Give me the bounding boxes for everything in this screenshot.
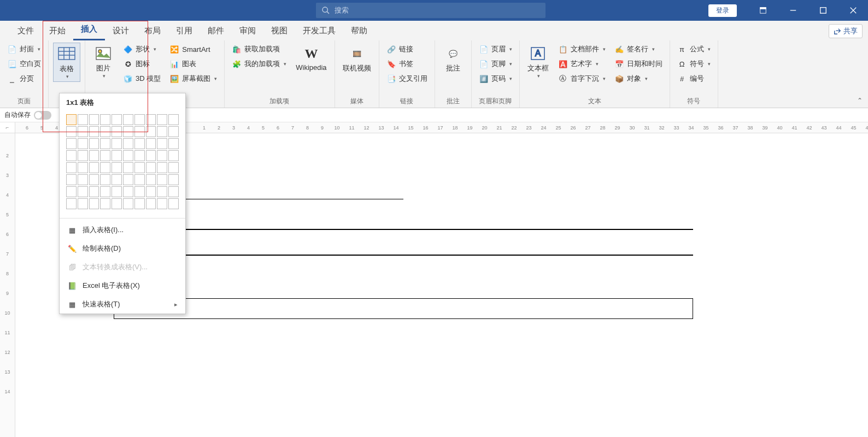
table-grid-cell[interactable]	[112, 126, 122, 137]
table-grid-cell[interactable]	[168, 198, 179, 209]
blank-page-button[interactable]: 📃空白页	[4, 57, 44, 70]
wordart-button[interactable]: 🅰️艺术字▾	[555, 57, 608, 70]
table-grid-cell[interactable]	[66, 162, 77, 173]
table-grid-cell[interactable]	[66, 114, 77, 125]
wikipedia-button[interactable]: W Wikipedia	[292, 43, 330, 74]
table-grid-cell[interactable]	[89, 174, 99, 185]
table-grid-cell[interactable]	[89, 162, 99, 173]
shapes-button[interactable]: 🔷形状▾	[120, 43, 163, 56]
table-grid-cell[interactable]	[123, 114, 133, 125]
table-grid-cell[interactable]	[146, 198, 156, 209]
table-grid-cell[interactable]	[146, 126, 156, 137]
table-grid-cell[interactable]	[112, 174, 122, 185]
3d-model-button[interactable]: 🧊3D 模型	[120, 72, 163, 85]
table-grid-cell[interactable]	[168, 150, 179, 161]
table-grid-cell[interactable]	[134, 138, 145, 149]
table-grid-cell[interactable]	[134, 126, 145, 137]
table-grid-cell[interactable]	[100, 174, 110, 185]
table-grid-cell[interactable]	[100, 126, 110, 137]
table-grid-cell[interactable]	[112, 150, 122, 161]
tab-help[interactable]: 帮助	[343, 21, 375, 40]
page-break-button[interactable]: ⎯分页	[4, 72, 44, 85]
table-grid-cell[interactable]	[100, 198, 110, 209]
tab-dev[interactable]: 开发工具	[295, 21, 343, 40]
tab-file[interactable]: 文件	[10, 21, 42, 40]
table-grid-cell[interactable]	[66, 174, 77, 185]
excel-spreadsheet-item[interactable]: 📗Excel 电子表格(X)	[60, 276, 185, 295]
table-grid-cell[interactable]	[123, 186, 133, 197]
table-grid-cell[interactable]	[168, 162, 179, 173]
bookmark-button[interactable]: 🔖书签	[384, 57, 430, 70]
table-grid-cell[interactable]	[168, 114, 179, 125]
tab-insert[interactable]: 插入	[73, 20, 105, 40]
table-grid-cell[interactable]	[134, 174, 145, 185]
table-grid-cell[interactable]	[146, 162, 156, 173]
close-button[interactable]	[838, 0, 868, 21]
table-grid-cell[interactable]	[168, 186, 179, 197]
table-grid-cell[interactable]	[168, 138, 179, 149]
get-addins-button[interactable]: 🛍️获取加载项	[229, 43, 289, 56]
table-grid-cell[interactable]	[112, 114, 122, 125]
line-shape[interactable]	[185, 199, 403, 199]
table-grid-cell[interactable]	[146, 138, 156, 149]
table-grid-cell[interactable]	[134, 198, 145, 209]
table-grid-cell[interactable]	[78, 174, 88, 185]
table-grid-cell[interactable]	[78, 114, 88, 125]
tab-home[interactable]: 开始	[42, 21, 73, 40]
table-grid-cell[interactable]	[100, 138, 110, 149]
table-grid-cell[interactable]	[168, 174, 179, 185]
table-grid-cell[interactable]	[146, 186, 156, 197]
textbox-button[interactable]: A 文本框 ▾	[524, 43, 552, 81]
quick-tables-item[interactable]: ▦快速表格(T)▸	[60, 295, 185, 314]
number-button[interactable]: #编号	[675, 72, 713, 85]
maximize-button[interactable]	[808, 0, 838, 21]
tab-references[interactable]: 引用	[168, 21, 200, 40]
online-video-button[interactable]: 🎞️ 联机视频	[339, 43, 374, 75]
table-grid-cell[interactable]	[100, 162, 110, 173]
search-box[interactable]: 搜索	[316, 3, 546, 18]
ribbon-display-button[interactable]	[748, 0, 778, 21]
picture-button[interactable]: 图片 ▾	[90, 43, 117, 81]
link-button[interactable]: 🔗链接	[384, 43, 430, 56]
table-grid-cell[interactable]	[112, 138, 122, 149]
tab-view[interactable]: 视图	[263, 21, 295, 40]
table-grid-cell[interactable]	[134, 114, 145, 125]
table-grid-cell[interactable]	[123, 198, 133, 209]
table-grid-cell[interactable]	[157, 138, 167, 149]
table-grid-cell[interactable]	[134, 150, 145, 161]
table-grid-cell[interactable]	[89, 186, 99, 197]
chart-button[interactable]: 📊图表	[167, 57, 220, 70]
smartart-button[interactable]: 🔀SmartArt	[167, 43, 220, 56]
table-grid-cell[interactable]	[123, 174, 133, 185]
object-button[interactable]: 📦对象▾	[612, 72, 665, 85]
equation-button[interactable]: π公式▾	[675, 43, 713, 56]
table-grid-cell[interactable]	[66, 198, 77, 209]
signature-button[interactable]: ✍️签名行▾	[612, 43, 665, 56]
tab-layout[interactable]: 布局	[137, 21, 168, 40]
table-grid-cell[interactable]	[100, 150, 110, 161]
datetime-button[interactable]: 📅日期和时间	[612, 57, 665, 70]
table-grid-cell[interactable]	[78, 162, 88, 173]
collapse-ribbon-icon[interactable]: ⌃	[857, 97, 863, 104]
autosave-toggle[interactable]	[34, 111, 51, 120]
table-grid-cell[interactable]	[146, 174, 156, 185]
icons-button[interactable]: ✪图标	[120, 57, 163, 70]
table-grid-cell[interactable]	[112, 186, 122, 197]
draw-table-item[interactable]: ✏️绘制表格(D)	[60, 239, 185, 258]
table-grid-cell[interactable]	[134, 162, 145, 173]
table-grid-cell[interactable]	[157, 150, 167, 161]
table-grid-cell[interactable]	[146, 150, 156, 161]
table-grid-cell[interactable]	[66, 186, 77, 197]
quickparts-button[interactable]: 📋文档部件▾	[555, 43, 608, 56]
table-button[interactable]: 表格 ▾	[53, 43, 80, 82]
page-number-button[interactable]: #️⃣页码▾	[476, 72, 515, 85]
table-grid-cell[interactable]	[157, 198, 167, 209]
table-grid-cell[interactable]	[78, 138, 88, 149]
table-grid-cell[interactable]	[89, 114, 99, 125]
table-grid-cell[interactable]	[157, 186, 167, 197]
table-grid-cell[interactable]	[78, 126, 88, 137]
login-button[interactable]: 登录	[708, 4, 737, 17]
my-addins-button[interactable]: 🧩我的加载项▾	[229, 57, 289, 70]
table-grid-cell[interactable]	[66, 126, 77, 137]
table-grid-cell[interactable]	[146, 114, 156, 125]
